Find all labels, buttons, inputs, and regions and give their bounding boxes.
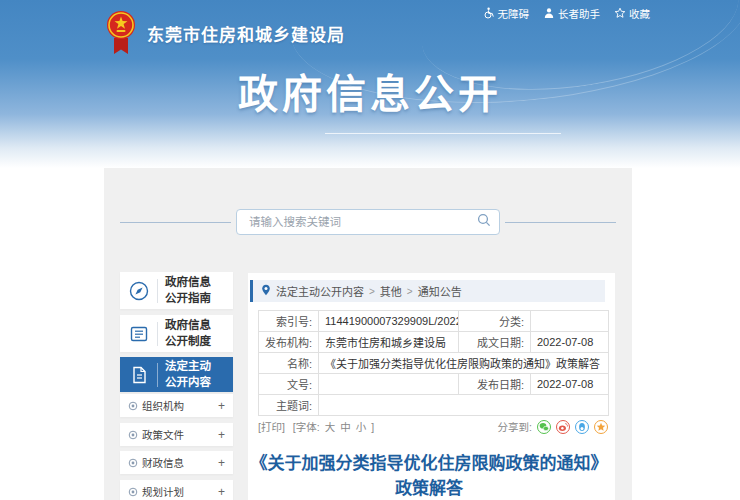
accessibility-label: 无障碍 [498,6,530,21]
breadcrumb-item[interactable]: 通知公告 [418,283,462,299]
font-size-prefix: [字体: [293,419,320,434]
circle-dot-icon [128,454,138,472]
circle-dot-icon [128,397,138,415]
nav-label-line2: 公开指南 [165,292,211,304]
location-pin-icon [261,284,271,298]
sidebar-item-system[interactable]: 政府信息 公开制度 [120,315,233,352]
expand-plus-icon[interactable]: + [218,485,225,499]
document-icon [120,364,157,386]
font-size-suffix: ] [371,421,374,433]
sidebar-item-statutory-disclosure[interactable]: 法定主动 公开内容 [120,357,233,392]
topbar: 无障碍 长者助手 收藏 [483,6,651,21]
site-name: 东莞市住房和城乡建设局 [147,21,345,46]
table-row: 名称: 《关于加强分类指导优化住房限购政策的通知》政策解答 [259,353,609,374]
print-font-tools: [打印] [字体: 大 中 小 ] [258,419,374,434]
meta-label: 索引号: [259,311,319,332]
search-input[interactable] [247,215,477,229]
title-underline [325,133,561,134]
meta-label: 名称: [259,353,319,374]
table-row: 文号: 发布日期: 2022-07-08 [259,374,609,395]
meta-value: 东莞市住房和城乡建设局 [319,332,459,353]
subitem-label: 组织机构 [142,398,218,413]
breadcrumb: 法定主动公开内容 > 其他 > 通知公告 [250,280,605,302]
nav-label-line1: 政府信息 [165,276,211,288]
sidebar-subitem-finance-info[interactable]: 财政信息 + [120,451,233,474]
nav-label-line2: 公开内容 [165,376,211,388]
table-row: 发布机构: 东莞市住房和城乡建设局 成文日期: 2022-07-08 [259,332,609,353]
weibo-share-button[interactable] [556,420,570,434]
elder-assistant-link[interactable]: 长者助手 [543,6,600,21]
favorite-label: 收藏 [629,6,650,21]
page-header: 无障碍 长者助手 收藏 东莞市住房和城乡建设局 政府信息公开 [0,0,740,168]
breadcrumb-item[interactable]: 其他 [380,283,402,299]
wheelchair-icon [483,7,495,21]
qzone-share-button[interactable] [594,420,608,434]
subitem-label: 政策文件 [142,427,218,442]
sidebar-subitem-organization[interactable]: 组织机构 + [120,394,233,417]
sidebar-subitem-policy-documents[interactable]: 政策文件 + [120,423,233,446]
circle-dot-icon [128,426,138,444]
star-icon [614,7,626,21]
weibo-icon [558,422,568,432]
subitem-label: 财政信息 [142,455,218,470]
site-brand[interactable]: 东莞市住房和城乡建设局 [106,10,345,56]
wechat-icon [539,422,549,432]
share-label: 分享到: [498,419,532,434]
print-button[interactable]: [打印] [258,419,285,434]
list-icon [120,323,157,345]
meta-label: 发布日期: [459,374,531,395]
wechat-share-button[interactable] [537,420,551,434]
qq-icon [577,422,587,432]
national-emblem-logo [106,10,136,56]
font-size-controls: [字体: 大 中 小 ] [293,419,374,434]
sidebar-item-label: 政府信息 公开指南 [158,275,233,306]
meta-label: 文号: [259,374,319,395]
expand-plus-icon[interactable]: + [218,428,225,442]
meta-value: 2022-07-08 [531,374,609,395]
compass-icon [120,280,157,302]
meta-label: 分类: [459,311,531,332]
page-title: 政府信息公开 [0,62,740,120]
font-size-small-button[interactable]: 小 [356,419,367,434]
table-row: 索引号: 11441900007329909L/2022-00467 分类: [259,311,609,332]
sidebar-subitem-planning[interactable]: 规划计划 + [120,480,233,500]
expand-plus-icon[interactable]: + [218,399,225,413]
nav-label-line1: 政府信息 [165,319,211,331]
breadcrumb-item[interactable]: 法定主动公开内容 [276,283,364,299]
breadcrumb-separator: > [407,286,413,297]
meta-value: 《关于加强分类指导优化住房限购政策的通知》政策解答 [319,353,609,374]
subitem-label: 规划计划 [142,484,218,499]
meta-value [319,395,609,416]
meta-value: 2022-07-08 [531,332,609,353]
qzone-star-icon [596,422,606,432]
nav-label-line2: 公开制度 [165,335,211,347]
elder-assistant-label: 长者助手 [558,6,600,21]
article-toolbar: [打印] [字体: 大 中 小 ] 分享到: [258,419,608,434]
sidebar-item-label: 政府信息 公开制度 [158,318,233,349]
expand-plus-icon[interactable]: + [218,456,225,470]
favorite-link[interactable]: 收藏 [614,6,650,21]
meta-value [531,311,609,332]
font-size-medium-button[interactable]: 中 [340,419,351,434]
breadcrumb-separator: > [369,286,375,297]
sidebar-item-guide[interactable]: 政府信息 公开指南 [120,272,233,309]
qq-share-button[interactable] [575,420,589,434]
article-title: 《关于加强分类指导优化住房限购政策的通知》政策解答 [250,452,608,500]
meta-label: 成文日期: [459,332,531,353]
meta-value [319,374,459,395]
share-bar: 分享到: [498,419,608,434]
search-icon[interactable] [477,213,491,231]
search-divider-left [120,222,231,223]
meta-value: 11441900007329909L/2022-00467 [319,311,459,332]
nav-label-line1: 法定主动 [165,360,211,372]
table-row: 主题词: [259,395,609,416]
font-size-large-button[interactable]: 大 [325,419,336,434]
circle-dot-icon [128,483,138,500]
elder-person-icon [543,7,555,21]
meta-label: 主题词: [259,395,319,416]
accessibility-link[interactable]: 无障碍 [483,6,530,21]
search-divider-right [505,222,616,223]
sidebar-item-label: 法定主动 公开内容 [158,359,233,390]
search-box [236,209,500,235]
meta-label: 发布机构: [259,332,319,353]
